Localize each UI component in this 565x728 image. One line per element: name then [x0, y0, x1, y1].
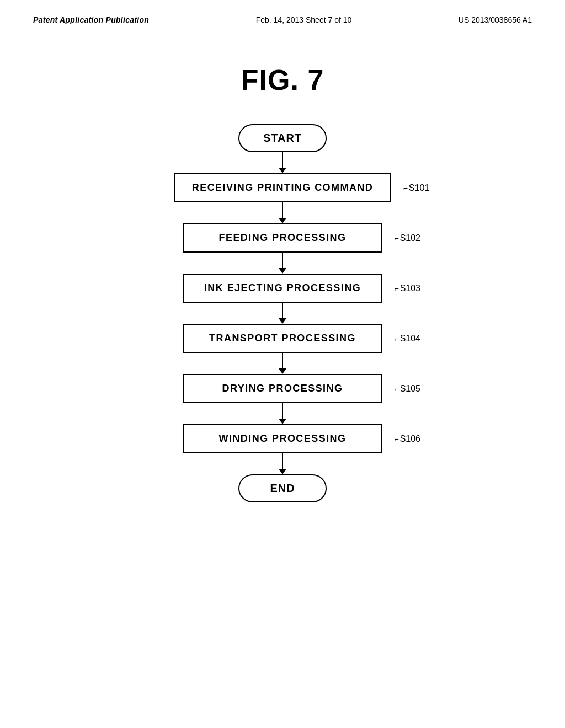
- patent-page: Patent Application Publication Feb. 14, …: [0, 0, 565, 728]
- start-node: START: [238, 124, 327, 152]
- step-s105-box: DRYING PROCESSING: [183, 374, 382, 403]
- arrow-s101-to-s102: [279, 202, 286, 223]
- arrow-s102-to-s103: [279, 253, 286, 274]
- step-s105-label: DRYING PROCESSING: [222, 383, 343, 394]
- step-s101-label: RECEIVING PRINTING COMMAND: [192, 182, 373, 193]
- step-s104-label: TRANSPORT PROCESSING: [209, 333, 356, 344]
- step-s103-box: INK EJECTING PROCESSING: [183, 274, 382, 303]
- step-s103-wrapper: INK EJECTING PROCESSING S103: [183, 274, 382, 303]
- step-s101-box: RECEIVING PRINTING COMMAND: [174, 173, 391, 202]
- arrow-s105-to-s106: [279, 403, 286, 424]
- step-s106-box: WINDING PROCESSING: [183, 424, 382, 453]
- arrow-line: [282, 353, 283, 368]
- step-s105-wrapper: DRYING PROCESSING S105: [183, 374, 382, 403]
- arrow-head: [279, 218, 286, 223]
- end-node: END: [238, 474, 327, 502]
- header-patent-number: US 2013/0038656 A1: [459, 15, 532, 24]
- header-date-sheet: Feb. 14, 2013 Sheet 7 of 10: [256, 15, 352, 24]
- header-publication-type: Patent Application Publication: [33, 15, 149, 24]
- arrow-line: [282, 202, 283, 218]
- step-s104-wrapper: TRANSPORT PROCESSING S104: [183, 324, 382, 353]
- step-s106-wrapper: WINDING PROCESSING S106: [183, 424, 382, 453]
- arrow-start-to-s101: [279, 152, 286, 173]
- step-s101-wrapper: RECEIVING PRINTING COMMAND S101: [174, 173, 391, 202]
- arrow-line: [282, 253, 283, 268]
- step-s106-label: WINDING PROCESSING: [219, 433, 347, 444]
- step-s102-label: FEEDING PROCESSING: [219, 232, 347, 243]
- step-s104-number: S104: [394, 334, 420, 344]
- step-s105-number: S105: [394, 384, 420, 394]
- arrow-head: [279, 368, 286, 374]
- page-header: Patent Application Publication Feb. 14, …: [0, 0, 565, 30]
- step-s103-label: INK EJECTING PROCESSING: [204, 282, 361, 293]
- step-s106-number: S106: [394, 434, 420, 444]
- arrow-head: [279, 419, 286, 424]
- arrow-s103-to-s104: [279, 303, 286, 324]
- flowchart: START RECEIVING PRINTING COMMAND S101 FE…: [0, 124, 565, 502]
- arrow-head: [279, 268, 286, 274]
- step-s103-number: S103: [394, 283, 420, 293]
- arrow-line: [282, 152, 283, 168]
- figure-title: FIG. 7: [0, 63, 565, 97]
- arrow-head: [279, 469, 286, 474]
- step-s101-number: S101: [403, 183, 430, 193]
- step-s102-wrapper: FEEDING PROCESSING S102: [183, 223, 382, 253]
- arrow-line: [282, 453, 283, 469]
- step-s102-number: S102: [394, 233, 420, 243]
- step-s104-box: TRANSPORT PROCESSING: [183, 324, 382, 353]
- arrow-head: [279, 168, 286, 173]
- step-s102-box: FEEDING PROCESSING: [183, 223, 382, 253]
- arrow-head: [279, 318, 286, 324]
- arrow-line: [282, 403, 283, 419]
- arrow-s104-to-s105: [279, 353, 286, 374]
- arrow-s106-to-end: [279, 453, 286, 474]
- arrow-line: [282, 303, 283, 318]
